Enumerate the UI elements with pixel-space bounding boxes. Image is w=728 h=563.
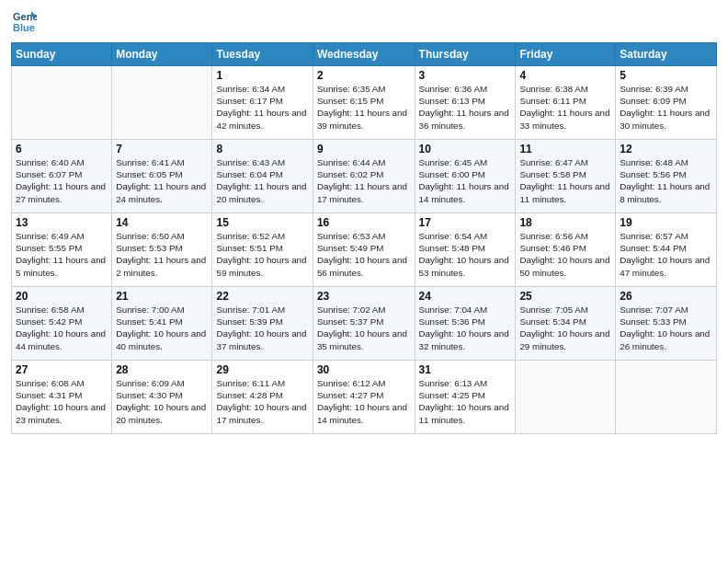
calendar-cell — [112, 66, 212, 140]
calendar-cell — [616, 361, 717, 434]
calendar-cell: 17Sunrise: 6:54 AM Sunset: 5:48 PM Dayli… — [415, 213, 516, 287]
day-number: 8 — [216, 143, 308, 155]
day-number: 31 — [419, 363, 512, 376]
day-info: Sunrise: 6:53 AM Sunset: 5:49 PM Dayligh… — [317, 230, 411, 279]
day-info: Sunrise: 7:00 AM Sunset: 5:41 PM Dayligh… — [116, 304, 208, 352]
calendar-cell: 19Sunrise: 6:57 AM Sunset: 5:44 PM Dayli… — [616, 213, 717, 287]
day-number: 24 — [419, 290, 512, 303]
day-info: Sunrise: 7:07 AM Sunset: 5:33 PM Dayligh… — [620, 304, 712, 352]
calendar-cell: 23Sunrise: 7:02 AM Sunset: 5:37 PM Dayli… — [313, 287, 415, 361]
day-info: Sunrise: 6:58 AM Sunset: 5:42 PM Dayligh… — [16, 304, 108, 352]
calendar-cell: 9Sunrise: 6:44 AM Sunset: 6:02 PM Daylig… — [313, 140, 415, 213]
svg-text:Blue: Blue — [13, 22, 35, 33]
calendar-cell: 3Sunrise: 6:36 AM Sunset: 6:13 PM Daylig… — [415, 66, 516, 140]
weekday-header-row: SundayMondayTuesdayWednesdayThursdayFrid… — [12, 43, 717, 66]
day-number: 5 — [620, 69, 712, 82]
calendar-cell: 31Sunrise: 6:13 AM Sunset: 4:25 PM Dayli… — [415, 361, 516, 434]
day-number: 28 — [116, 363, 208, 376]
day-info: Sunrise: 7:02 AM Sunset: 5:37 PM Dayligh… — [317, 304, 411, 352]
day-info: Sunrise: 6:38 AM Sunset: 6:11 PM Dayligh… — [519, 83, 611, 132]
day-info: Sunrise: 6:11 AM Sunset: 4:28 PM Dayligh… — [216, 377, 308, 426]
calendar-cell: 7Sunrise: 6:41 AM Sunset: 6:05 PM Daylig… — [112, 140, 212, 213]
logo: General Blue — [11, 9, 40, 35]
day-info: Sunrise: 6:44 AM Sunset: 6:02 PM Dayligh… — [317, 156, 411, 205]
day-number: 21 — [116, 290, 208, 303]
day-info: Sunrise: 6:08 AM Sunset: 4:31 PM Dayligh… — [16, 377, 108, 426]
day-info: Sunrise: 6:47 AM Sunset: 5:58 PM Dayligh… — [519, 156, 611, 205]
day-number: 12 — [620, 143, 712, 155]
day-info: Sunrise: 7:01 AM Sunset: 5:39 PM Dayligh… — [216, 304, 308, 352]
day-info: Sunrise: 6:12 AM Sunset: 4:27 PM Dayligh… — [317, 377, 411, 426]
day-number: 9 — [317, 143, 411, 155]
calendar-table: SundayMondayTuesdayWednesdayThursdayFrid… — [11, 42, 717, 434]
weekday-header-sunday: Sunday — [12, 43, 112, 66]
weekday-header-monday: Monday — [112, 43, 212, 66]
day-info: Sunrise: 6:36 AM Sunset: 6:13 PM Dayligh… — [419, 83, 512, 132]
weekday-header-tuesday: Tuesday — [212, 43, 313, 66]
day-number: 13 — [16, 216, 108, 229]
calendar-cell: 25Sunrise: 7:05 AM Sunset: 5:34 PM Dayli… — [516, 287, 616, 361]
day-number: 15 — [216, 216, 308, 229]
day-number: 3 — [419, 69, 512, 82]
day-number: 22 — [216, 290, 308, 303]
weekday-header-wednesday: Wednesday — [313, 43, 415, 66]
calendar-cell: 11Sunrise: 6:47 AM Sunset: 5:58 PM Dayli… — [516, 140, 616, 213]
calendar-cell: 16Sunrise: 6:53 AM Sunset: 5:49 PM Dayli… — [313, 213, 415, 287]
day-number: 27 — [16, 363, 108, 376]
calendar-cell: 20Sunrise: 6:58 AM Sunset: 5:42 PM Dayli… — [12, 287, 112, 361]
calendar-week-4: 27Sunrise: 6:08 AM Sunset: 4:31 PM Dayli… — [12, 361, 717, 434]
weekday-header-friday: Friday — [516, 43, 616, 66]
day-number: 19 — [620, 216, 712, 229]
day-info: Sunrise: 6:34 AM Sunset: 6:17 PM Dayligh… — [216, 83, 308, 132]
day-info: Sunrise: 6:45 AM Sunset: 6:00 PM Dayligh… — [419, 156, 512, 205]
day-number: 20 — [16, 290, 108, 303]
calendar-cell: 22Sunrise: 7:01 AM Sunset: 5:39 PM Dayli… — [212, 287, 313, 361]
day-number: 4 — [519, 69, 611, 82]
calendar-cell: 29Sunrise: 6:11 AM Sunset: 4:28 PM Dayli… — [212, 361, 313, 434]
day-info: Sunrise: 6:48 AM Sunset: 5:56 PM Dayligh… — [620, 156, 712, 205]
calendar-cell: 6Sunrise: 6:40 AM Sunset: 6:07 PM Daylig… — [12, 140, 112, 213]
calendar-week-3: 20Sunrise: 6:58 AM Sunset: 5:42 PM Dayli… — [12, 287, 717, 361]
calendar-week-1: 6Sunrise: 6:40 AM Sunset: 6:07 PM Daylig… — [12, 140, 717, 213]
calendar-cell: 2Sunrise: 6:35 AM Sunset: 6:15 PM Daylig… — [313, 66, 415, 140]
day-info: Sunrise: 6:54 AM Sunset: 5:48 PM Dayligh… — [419, 230, 512, 279]
page-header: General Blue — [11, 9, 717, 35]
logo-icon: General Blue — [11, 9, 37, 35]
day-info: Sunrise: 6:39 AM Sunset: 6:09 PM Dayligh… — [620, 83, 712, 132]
calendar-cell: 28Sunrise: 6:09 AM Sunset: 4:30 PM Dayli… — [112, 361, 212, 434]
calendar-cell — [12, 66, 112, 140]
day-info: Sunrise: 7:05 AM Sunset: 5:34 PM Dayligh… — [519, 304, 611, 352]
day-number: 26 — [620, 290, 712, 303]
day-number: 30 — [317, 363, 411, 376]
day-number: 14 — [116, 216, 208, 229]
calendar-cell: 27Sunrise: 6:08 AM Sunset: 4:31 PM Dayli… — [12, 361, 112, 434]
day-number: 23 — [317, 290, 411, 303]
calendar-cell: 15Sunrise: 6:52 AM Sunset: 5:51 PM Dayli… — [212, 213, 313, 287]
day-number: 18 — [519, 216, 611, 229]
day-info: Sunrise: 6:49 AM Sunset: 5:55 PM Dayligh… — [16, 230, 108, 279]
day-info: Sunrise: 6:57 AM Sunset: 5:44 PM Dayligh… — [620, 230, 712, 279]
day-number: 1 — [216, 69, 308, 82]
calendar-week-2: 13Sunrise: 6:49 AM Sunset: 5:55 PM Dayli… — [12, 213, 717, 287]
calendar-cell: 21Sunrise: 7:00 AM Sunset: 5:41 PM Dayli… — [112, 287, 212, 361]
day-info: Sunrise: 6:43 AM Sunset: 6:04 PM Dayligh… — [216, 156, 308, 205]
calendar-cell: 14Sunrise: 6:50 AM Sunset: 5:53 PM Dayli… — [112, 213, 212, 287]
calendar-cell: 24Sunrise: 7:04 AM Sunset: 5:36 PM Dayli… — [415, 287, 516, 361]
calendar-cell: 30Sunrise: 6:12 AM Sunset: 4:27 PM Dayli… — [313, 361, 415, 434]
day-number: 2 — [317, 69, 411, 82]
calendar-cell: 10Sunrise: 6:45 AM Sunset: 6:00 PM Dayli… — [415, 140, 516, 213]
calendar-cell: 8Sunrise: 6:43 AM Sunset: 6:04 PM Daylig… — [212, 140, 313, 213]
calendar-cell: 5Sunrise: 6:39 AM Sunset: 6:09 PM Daylig… — [616, 66, 717, 140]
day-info: Sunrise: 6:35 AM Sunset: 6:15 PM Dayligh… — [317, 83, 411, 132]
calendar-cell: 18Sunrise: 6:56 AM Sunset: 5:46 PM Dayli… — [516, 213, 616, 287]
weekday-header-saturday: Saturday — [616, 43, 717, 66]
day-number: 6 — [16, 143, 108, 155]
calendar-cell: 13Sunrise: 6:49 AM Sunset: 5:55 PM Dayli… — [12, 213, 112, 287]
day-info: Sunrise: 6:40 AM Sunset: 6:07 PM Dayligh… — [16, 156, 108, 205]
calendar-week-0: 1Sunrise: 6:34 AM Sunset: 6:17 PM Daylig… — [12, 66, 717, 140]
day-number: 17 — [419, 216, 512, 229]
day-number: 25 — [519, 290, 611, 303]
day-info: Sunrise: 6:56 AM Sunset: 5:46 PM Dayligh… — [519, 230, 611, 279]
calendar-cell: 4Sunrise: 6:38 AM Sunset: 6:11 PM Daylig… — [516, 66, 616, 140]
day-number: 16 — [317, 216, 411, 229]
